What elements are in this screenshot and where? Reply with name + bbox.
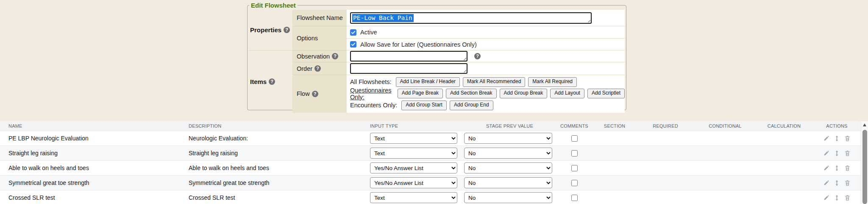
column-header-actions: ACTIONS [813,123,861,129]
observation-label: Observation ? [292,50,347,62]
comments-checkbox[interactable] [571,165,578,171]
scrollbar-up-button[interactable] [861,121,868,129]
input-type-select[interactable]: Text [370,148,457,159]
help-icon[interactable]: ? [312,91,318,97]
add-line-break-header-button[interactable]: Add Line Break / Header [396,77,460,87]
table-header-row: NAME DESCRIPTION INPUT TYPE STAGE PREV V… [0,121,861,131]
comments-checkbox[interactable] [571,180,578,186]
option-active-cell: Active [347,26,625,39]
observation-cell: ? [347,50,625,62]
input-type-select[interactable]: Yes/No Answer List [370,162,457,173]
column-header-section: SECTION [593,123,636,129]
mark-all-required-button[interactable]: Mark All Required [528,77,577,87]
comments-checkbox[interactable] [571,150,578,156]
order-input[interactable] [350,63,467,74]
panel-legend: Edit Flowsheet [249,2,298,9]
table-row: PE LBP Neurologic Evaluation Neurologic … [0,131,861,145]
stage-prev-value-select[interactable]: No [464,192,552,203]
move-updown-icon[interactable] [834,135,840,142]
add-layout-button[interactable]: Add Layout [550,89,584,98]
item-description: Able to walk on heels and toes [188,165,370,171]
add-group-break-button[interactable]: Add Group Break [500,89,548,98]
item-name: Straight leg raising [0,150,188,156]
item-name: Crossed SLR test [0,194,188,201]
help-icon[interactable]: ? [269,78,275,85]
flowsheet-name-input[interactable]: PE-Low Back Pain [350,12,592,24]
stage-prev-value-select[interactable]: No [464,148,552,159]
stage-prev-value-select[interactable]: No [464,133,552,144]
input-type-select[interactable]: Text [370,133,457,144]
items-section-label: Items ? [249,50,292,113]
help-icon[interactable]: ? [314,65,321,72]
delete-trash-icon[interactable] [844,165,851,171]
stage-prev-value-select[interactable]: No [464,162,552,173]
item-name: Symmetrical great toe strength [0,179,188,186]
edit-flowsheet-panel: Edit Flowsheet Properties ? Items ? Flow… [247,2,626,110]
move-updown-icon[interactable] [834,165,840,171]
column-header-comments: COMMENTS [555,123,593,129]
items-label-text: Items [250,78,267,85]
add-group-end-button[interactable]: Add Group End [450,101,493,110]
table-body: PE LBP Neurologic Evaluation Neurologic … [0,131,861,204]
flow-label: Flow ? [292,75,347,113]
encounters-only-label: Encounters Only: [350,102,397,109]
help-icon[interactable]: ? [332,53,338,59]
order-label: Order ? [292,62,347,75]
table-row: Straight leg raising Straight leg raisin… [0,145,861,160]
table-row: Crossed SLR test Crossed SLR test Text N… [0,190,861,204]
save-for-later-checkbox[interactable] [350,41,356,48]
stage-prev-value-select[interactable]: No [464,177,552,188]
flowsheet-name-label: Flowsheet Name [292,10,347,26]
save-for-later-checkbox-label: Allow Save for Later (Questionnaires Onl… [360,41,477,48]
delete-trash-icon[interactable] [844,135,851,142]
active-checkbox-label: Active [360,29,377,36]
add-page-break-button[interactable]: Add Page Break [398,89,443,98]
item-description: Neurologic Evaluation: [188,135,370,142]
item-description: Straight leg raising [188,150,370,156]
delete-trash-icon[interactable] [844,150,851,156]
help-icon[interactable]: ? [284,27,290,33]
active-checkbox[interactable] [350,29,356,36]
item-description: Symmetrical great toe strength [188,179,370,186]
order-cell [347,62,625,75]
all-flowsheets-label: All Flowsheets: [350,78,392,85]
order-label-text: Order [297,65,312,72]
add-scriptlet-button[interactable]: Add Scriptlet [587,89,625,98]
edit-pencil-icon[interactable] [823,195,829,201]
scrollbar-thumb[interactable] [862,130,867,204]
item-description: Crossed SLR test [188,194,370,201]
move-updown-icon[interactable] [834,150,840,156]
properties-label-text: Properties [250,26,281,34]
move-updown-icon[interactable] [834,180,840,186]
input-type-select[interactable]: Yes/No Answer List [370,177,457,188]
delete-trash-icon[interactable] [844,180,851,186]
move-updown-icon[interactable] [834,195,840,201]
edit-pencil-icon[interactable] [823,150,829,156]
edit-pencil-icon[interactable] [823,180,829,186]
observation-label-text: Observation [297,53,330,60]
comments-checkbox[interactable] [571,195,578,201]
column-header-input-type: INPUT TYPE [370,123,464,129]
column-header-required: REQUIRED [636,123,695,129]
edit-pencil-icon[interactable] [823,135,829,142]
check-icon [351,42,356,47]
properties-section-label: Properties ? [249,10,292,50]
add-group-start-button[interactable]: Add Group Start [401,101,447,110]
add-section-break-button[interactable]: Add Section Break [446,89,496,98]
column-header-calculation: CALCULATION [755,123,813,129]
help-icon[interactable]: ? [474,53,481,59]
check-icon [351,30,356,35]
observation-input[interactable] [350,51,467,61]
flowsheet-name-label-text: Flowsheet Name [297,14,343,21]
options-label-text: Options [297,35,318,42]
vertical-scrollbar[interactable] [861,121,868,204]
flowsheet-name-cell: PE-Low Back Pain [347,10,625,26]
delete-trash-icon[interactable] [844,195,851,201]
flow-line-all-flowsheets: All Flowsheets: Add Line Break / Header … [350,77,577,87]
comments-checkbox[interactable] [571,135,578,142]
mark-all-recommended-button[interactable]: Mark All Recommended [463,77,525,87]
questionnaires-only-label: Questionnaires Only: [350,87,393,101]
input-type-select[interactable]: Text [370,192,457,203]
edit-pencil-icon[interactable] [823,165,829,171]
option-save-later-cell: Allow Save for Later (Questionnaires Onl… [347,39,625,50]
